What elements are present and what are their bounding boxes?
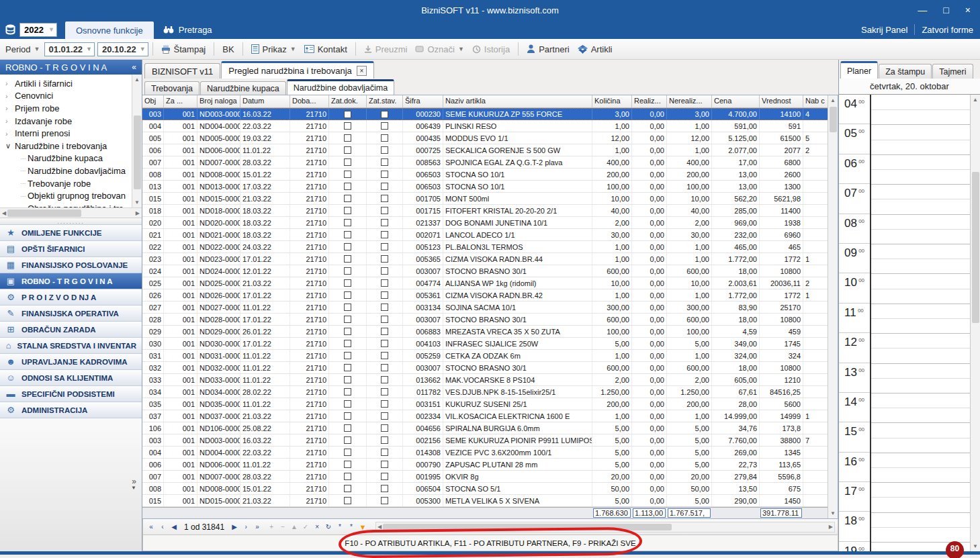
year-selector[interactable]: 2022 ▼ [19,23,57,37]
scrollbar-thumb[interactable] [7,210,81,217]
closed-item-checkbox[interactable] [381,352,388,359]
section-stalna-sredstva-i-inventar[interactable]: ⌂STALNA SREDSTVA I INVENTAR [0,337,142,353]
section-upravljanje-kadrovima[interactable]: ☻UPRAVLJANJE KADROVIMA [0,353,142,369]
closed-item-checkbox[interactable] [381,412,388,420]
table-row[interactable]: 029001ND029-0000126.01.2221710006883MREZ… [142,326,828,338]
column-header-doba[interactable]: Doba... [290,95,329,107]
table-row[interactable]: 008001ND008-0000115.01.2221710006503STOC… [142,169,828,181]
closed-item-checkbox[interactable] [381,134,388,142]
table-row[interactable]: 015001ND015-0000121.03.2221710005300METL… [142,495,828,507]
sidebar-item-interni-prenosi[interactable]: ›Interni prenosi [0,127,132,140]
tab-pretraga[interactable]: Pretraga [163,25,212,35]
chevron-collapsed-icon[interactable]: › [5,130,15,138]
closed-item-checkbox[interactable] [381,400,388,408]
post-icon[interactable]: ✓ [300,521,311,533]
column-header-brojnaloga[interactable]: Broj naloga [197,95,240,107]
table-row[interactable]: 003001ND003-0000116.03.2221710000230SEME… [142,108,828,120]
table-row[interactable]: 025001ND025-0000121.03.2221710004774ALIJ… [142,277,828,289]
closed-item-checkbox[interactable] [381,207,388,214]
table-row[interactable]: 003001ND003-0000116.03.2221710002156SEME… [142,434,828,447]
planner-tab-tajmeri[interactable]: Tajmeri [932,64,973,79]
scroll-down-icon[interactable]: ▼ [971,541,980,551]
closed-doc-checkbox[interactable] [344,449,351,456]
closed-item-checkbox[interactable] [381,340,388,347]
column-header-cena[interactable]: Cena [712,95,760,107]
table-row[interactable]: 007001ND007-0000128.03.2221710008563SPOJ… [142,156,828,169]
closed-doc-checkbox[interactable] [344,461,351,468]
date-from-field[interactable]: 01.01.22 ▼ [44,42,95,56]
closed-item-checkbox[interactable] [381,231,388,238]
sidebar-item-prijem-robe[interactable]: ›Prijem robe [0,102,132,115]
tab-osnovne-funkcije[interactable]: Osnovne funkcije [65,21,154,39]
next-page-icon[interactable]: › [240,521,251,533]
edit-icon[interactable]: ▲ [289,521,300,533]
section-finansijsko-poslovanje[interactable]: ▦FINANSIJSKO POSLOVANJE [0,257,142,273]
chevron-collapsed-icon[interactable]: › [5,117,15,125]
column-header-realiz[interactable]: Realiz... [632,95,667,107]
date-to-field[interactable]: 20.10.22 ▼ [97,42,148,56]
closed-doc-checkbox[interactable] [344,134,351,142]
sidebar-item-trebovanje-robe[interactable]: ····Trebovanje robe [0,177,132,190]
table-row[interactable]: 024001ND024-0000112.01.2221710003007STOC… [142,265,828,277]
chevron-collapsed-icon[interactable]: › [5,104,15,112]
schedule-area[interactable] [870,95,970,551]
closed-item-checkbox[interactable] [381,171,388,178]
closed-doc-checkbox[interactable] [344,304,351,311]
planner-tab-za-tampu[interactable]: Za štampu [879,64,932,79]
toolbar-button-kontakt[interactable]: Kontakt [300,41,351,57]
section-odnosi-sa-klijentima[interactable]: ☺ODNOSI SA KLIJENTIMA [0,369,142,385]
tab-pregled-narud-bina-i-trebovanja[interactable]: Pregled narudžbina i trebovanja× [221,61,374,79]
table-row[interactable]: 031001ND031-0000111.01.2221710005259CETK… [142,350,828,362]
planner-tab-planer[interactable]: Planer [840,61,878,79]
subtab-narud-bine-dobavlja-ima[interactable]: Narudžbine dobavljačima [287,79,394,95]
close-forms-button[interactable]: Zatvori forme [922,25,973,35]
table-row[interactable]: 008001ND008-0000115.01.2221710006504STOC… [142,483,828,495]
closed-doc-checkbox[interactable] [344,424,351,432]
closed-doc-checkbox[interactable] [344,291,351,299]
subtab-trebovanja[interactable]: Trebovanja [144,81,199,95]
column-header-za[interactable]: Za ... [164,95,197,107]
closed-doc-checkbox[interactable] [344,376,351,383]
table-row[interactable]: 005001ND005-0000119.03.2221710000435MODD… [142,132,828,144]
toolbar-button-oznai[interactable]: Označi▼ [411,41,467,57]
first-icon[interactable]: « [146,521,157,533]
insert-icon[interactable]: + [266,521,277,533]
section-finansijska-operativa[interactable]: ✎FINANSIJSKA OPERATIVA [0,305,142,321]
planner-vertical-scrollbar[interactable]: ▲ ▼ [970,95,980,551]
closed-item-checkbox[interactable] [381,243,388,250]
scrollbar-thumb[interactable] [383,524,672,530]
section-administracija[interactable]: ⚙ADMINISTRACIJA [0,402,142,418]
closed-item-checkbox[interactable] [381,316,388,323]
table-row[interactable]: 022001ND022-0000124.03.2221710005123PL.B… [142,241,828,253]
table-row[interactable]: 015001ND015-0000121.03.2221710001705MONT… [142,193,828,205]
closed-doc-checkbox[interactable] [344,219,351,226]
closed-doc-checkbox[interactable] [344,352,351,359]
closed-item-checkbox[interactable] [381,424,388,432]
closed-doc-checkbox[interactable] [344,497,351,504]
closed-item-checkbox[interactable] [381,485,388,492]
column-header-zatdok[interactable]: Zat.dok. [329,95,367,107]
table-row[interactable]: 018001ND018-0000118.03.2221710001715FITO… [142,205,828,217]
scroll-right-icon[interactable]: ▶ [136,210,140,216]
close-tab-icon[interactable]: × [357,66,367,76]
closed-item-checkbox[interactable] [381,146,388,154]
table-row[interactable]: 027001ND027-0000111.01.2221710003134SOJI… [142,301,828,314]
sidebar-splitter[interactable]: ......... [0,218,142,224]
column-header-nabc[interactable]: Nab c [803,95,828,107]
table-row[interactable]: 021001ND021-0000118.03.2221710002071LANC… [142,229,828,241]
minimize-button[interactable]: — [918,5,927,15]
closed-doc-checkbox[interactable] [344,267,351,275]
closed-item-checkbox[interactable] [381,111,388,118]
closed-item-checkbox[interactable] [381,158,388,166]
closed-doc-checkbox[interactable] [344,316,351,323]
closed-doc-checkbox[interactable] [344,231,351,238]
table-row[interactable]: 030001ND030-0000117.01.2221710004103INFR… [142,338,828,350]
closed-doc-checkbox[interactable] [344,436,351,444]
cancel-icon[interactable]: × [312,521,322,533]
close-button[interactable]: × [965,5,971,15]
table-row[interactable]: 037001ND037-0000121.03.2221710002334VIL.… [142,410,828,422]
toolbar-button-tampaj[interactable]: Štampaj [157,41,210,57]
scroll-down-icon[interactable]: ▼ [828,508,838,518]
closed-item-checkbox[interactable] [381,328,388,335]
sidebar-item-narud-bine-i-trebovanja[interactable]: ∨Narudžbine i trebovanja [0,140,132,152]
